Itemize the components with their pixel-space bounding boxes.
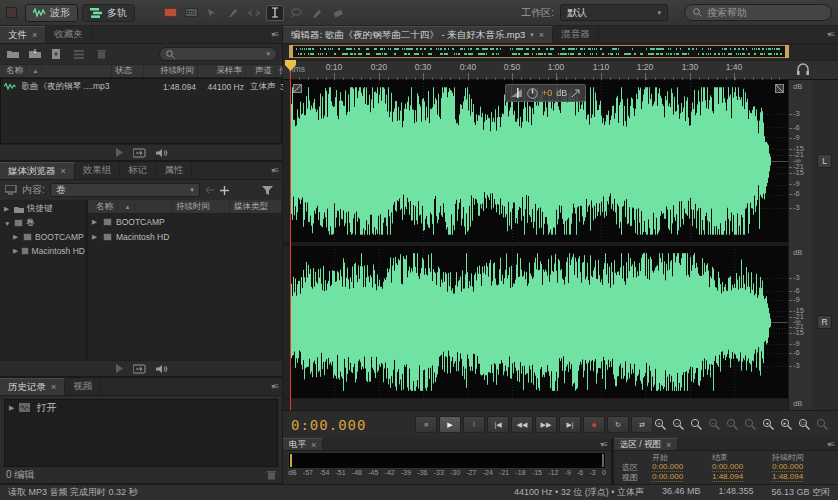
- fade-in-handle[interactable]: [293, 84, 302, 93]
- playhead-line[interactable]: [290, 60, 291, 410]
- navigator-right-handle[interactable]: [785, 45, 789, 58]
- stop-button[interactable]: ■: [415, 416, 437, 433]
- open-file-button[interactable]: [5, 47, 21, 61]
- timeline-ruler[interactable]: hms 0:100:200:300:400:501:001:101:201:30…: [283, 60, 838, 80]
- panel-menu-icon[interactable]: ▾≡: [600, 440, 607, 449]
- twirl-icon[interactable]: ▶: [4, 205, 11, 213]
- skip-to-end-button[interactable]: ▶|: [559, 416, 581, 433]
- waveform-display-toggle[interactable]: [161, 5, 179, 21]
- gain-knob-icon[interactable]: [527, 88, 538, 99]
- headphone-icon[interactable]: [796, 63, 810, 75]
- channel-divider[interactable]: [283, 242, 838, 246]
- chevron-down-icon[interactable]: ▾: [530, 31, 534, 39]
- brush-selection-tool[interactable]: [308, 5, 326, 21]
- slip-tool[interactable]: [245, 5, 263, 21]
- search-dropdown-icon[interactable]: ▾: [266, 50, 270, 58]
- waveform-display[interactable]: dB-3-3-6-6-9-9-15-15-21-21-∞dB-3-3-6-6-9…: [283, 80, 838, 410]
- zoom-out-time-button[interactable]: −: [671, 417, 686, 432]
- twirl-icon[interactable]: ▶: [13, 247, 18, 255]
- preview-play-icon[interactable]: [115, 148, 123, 157]
- skip-selection-button[interactable]: ⇄: [631, 416, 653, 433]
- tab-files[interactable]: 文件 ×: [0, 26, 46, 43]
- amplitude-ruler[interactable]: dB-3-3-6-6-9-9-15-15-21-21-∞dB-3-3-6-6-9…: [788, 80, 812, 410]
- zoom-full-button[interactable]: [815, 417, 830, 432]
- move-tool[interactable]: [203, 5, 221, 21]
- fast-forward-button[interactable]: ▶▶: [535, 416, 557, 433]
- insert-multitrack-button[interactable]: [71, 47, 87, 61]
- loop-playback-button[interactable]: ↻: [607, 416, 629, 433]
- close-icon[interactable]: ×: [61, 166, 66, 176]
- loop-icon[interactable]: [133, 148, 146, 158]
- navigator-frame[interactable]: [289, 45, 789, 58]
- trash-button[interactable]: [93, 47, 109, 61]
- eraser-tool[interactable]: [329, 5, 347, 21]
- twirl-icon[interactable]: ▶: [13, 233, 20, 241]
- tab-levels[interactable]: 电平 ×: [283, 438, 323, 450]
- trash-icon[interactable]: [267, 470, 276, 480]
- waveform-right-channel[interactable]: [290, 246, 788, 398]
- tab-media-browser[interactable]: 媒体浏览器 ×: [0, 162, 75, 179]
- media-row-macintosh-hd[interactable]: ▶ Macintosh HD: [88, 229, 282, 244]
- close-icon[interactable]: ×: [539, 30, 544, 40]
- record-button[interactable]: ●: [583, 416, 605, 433]
- rewind-button[interactable]: ◀◀: [511, 416, 533, 433]
- waveform-left-channel[interactable]: [290, 80, 788, 242]
- files-column-headers[interactable]: 名称 ▲ 状态 持续时间 采样率 声道 位: [0, 64, 282, 78]
- tab-properties[interactable]: 属性: [156, 162, 192, 179]
- zoom-in-selection-left-button[interactable]: ◂: [761, 417, 776, 432]
- preview-play-icon[interactable]: [115, 364, 123, 373]
- play-button[interactable]: ▶: [439, 416, 461, 433]
- history-item-open[interactable]: ▶ 打开: [5, 400, 277, 415]
- twirl-icon[interactable]: ▶: [92, 233, 99, 241]
- filter-funnel-icon[interactable]: [262, 186, 273, 195]
- waveform-mode-button[interactable]: 波形: [25, 4, 78, 22]
- panel-menu-icon[interactable]: ▾≡: [827, 30, 834, 39]
- new-file-button[interactable]: [49, 47, 65, 61]
- zoom-in-amplitude-button[interactable]: +: [707, 417, 722, 432]
- time-selection-tool[interactable]: [266, 5, 284, 21]
- tab-favorites[interactable]: 收藏夹: [46, 26, 92, 43]
- tree-item-shortcuts[interactable]: ▶ 快捷键: [0, 202, 85, 216]
- zoom-reset-amplitude-button[interactable]: [743, 417, 758, 432]
- selview-value[interactable]: 1:48.094: [772, 472, 803, 482]
- selview-value[interactable]: 0:00.000: [652, 462, 683, 472]
- twirl-icon[interactable]: ▶: [92, 218, 99, 226]
- zoom-reset-time-button[interactable]: [689, 417, 704, 432]
- media-column-headers[interactable]: 名称 ▲ 持续时间 媒体类型: [88, 200, 282, 214]
- fade-out-handle[interactable]: [775, 84, 784, 93]
- selview-value[interactable]: 0:00.000: [772, 462, 803, 472]
- multitrack-mode-button[interactable]: 多轨: [82, 4, 135, 22]
- zoom-navigator[interactable]: [283, 44, 838, 60]
- selview-value[interactable]: 0:00.000: [712, 462, 743, 472]
- gain-hud[interactable]: +0 dB: [505, 84, 586, 102]
- selview-value[interactable]: 1:48.094: [712, 472, 743, 482]
- gain-value[interactable]: +0: [542, 88, 552, 98]
- zoom-out-amplitude-button[interactable]: −: [725, 417, 740, 432]
- tree-item-volumes[interactable]: ▼ 卷: [0, 216, 85, 230]
- tab-effects-rack[interactable]: 效果组: [75, 162, 121, 179]
- panel-menu-icon[interactable]: ▾≡: [827, 440, 834, 449]
- selview-value[interactable]: 0:00.000: [652, 472, 683, 482]
- tree-item-macintosh-hd[interactable]: ▶ Macintosh HD: [0, 244, 85, 258]
- pin-hud-icon[interactable]: [571, 89, 580, 98]
- panel-menu-icon[interactable]: ▾≡: [271, 166, 278, 175]
- panel-menu-icon[interactable]: ▾≡: [271, 30, 278, 39]
- tab-editor[interactable]: 编辑器: 歌曲《夜的钢琴曲二十四》 - 来自好木音乐.mp3 ▾ ×: [283, 26, 553, 43]
- spectral-display-toggle[interactable]: [182, 5, 200, 21]
- workspace-select[interactable]: 默认 ▾: [560, 4, 668, 21]
- channel-r-button[interactable]: R: [817, 315, 832, 329]
- back-arrow-icon[interactable]: [205, 186, 215, 194]
- tab-selection-view[interactable]: 选区 / 视图 ×: [614, 438, 678, 450]
- auto-play-speaker-icon[interactable]: [156, 148, 168, 158]
- tab-video[interactable]: 视频: [65, 378, 101, 395]
- tab-mixer[interactable]: 混音器: [553, 26, 599, 43]
- zoom-in-time-button[interactable]: +: [653, 417, 668, 432]
- skip-to-start-button[interactable]: |◀: [487, 416, 509, 433]
- pause-button[interactable]: ‖: [463, 416, 485, 433]
- channel-l-button[interactable]: L: [817, 154, 832, 168]
- close-icon[interactable]: ×: [311, 440, 316, 450]
- auto-play-speaker-icon[interactable]: [156, 364, 168, 374]
- navigator-left-handle[interactable]: [289, 45, 293, 58]
- media-row-bootcamp[interactable]: ▶ BOOTCAMP: [88, 214, 282, 229]
- loop-icon[interactable]: [133, 364, 146, 374]
